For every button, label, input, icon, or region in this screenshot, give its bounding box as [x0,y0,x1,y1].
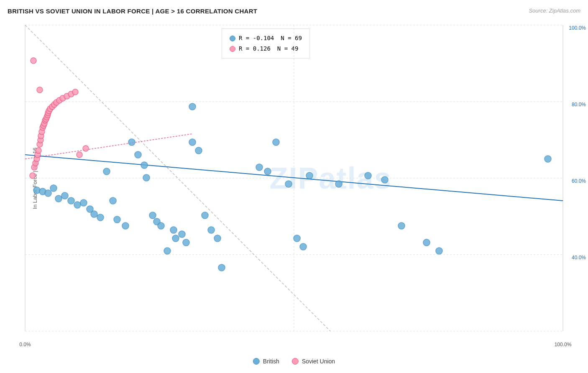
svg-point-52 [306,172,313,179]
legend-label-soviet: Soviet Union [302,358,335,365]
chart-area: ZIPatlas 100.0% 80.0% 60.0% 40.0% 0.0% 1… [25,25,563,331]
chart-svg [25,25,563,331]
svg-point-56 [398,222,405,229]
bottom-legend: British Soviet Union [253,358,335,365]
svg-point-15 [55,195,62,202]
svg-point-31 [149,212,156,219]
svg-point-16 [61,192,68,199]
svg-point-34 [164,248,171,254]
svg-point-30 [143,174,150,181]
svg-point-22 [97,214,104,221]
svg-point-89 [83,146,89,151]
svg-line-8 [25,25,330,331]
svg-point-39 [189,139,196,146]
legend-label-british: British [263,358,279,365]
svg-point-55 [381,176,388,183]
svg-point-25 [114,216,120,223]
y-tick-40: 40.0% [572,255,586,261]
legend-soviet: Soviet Union [292,358,335,365]
x-tick-0: 0.0% [19,342,31,347]
svg-point-19 [80,199,87,206]
svg-point-57 [423,239,430,246]
svg-point-24 [110,197,116,204]
svg-point-88 [77,152,82,158]
svg-point-40 [195,147,202,154]
x-tick-100: 100.0% [555,342,572,347]
svg-point-28 [135,151,141,158]
svg-point-23 [103,168,110,175]
y-tick-60: 60.0% [572,178,586,184]
svg-point-46 [256,164,263,171]
svg-point-38 [183,239,189,246]
svg-point-91 [37,87,43,93]
svg-point-58 [436,248,442,254]
svg-point-13 [45,190,51,197]
legend-british: British [253,358,279,365]
svg-point-36 [172,235,179,242]
svg-point-29 [141,162,148,169]
svg-point-53 [335,181,342,187]
svg-point-27 [128,139,135,146]
svg-line-9 [25,134,192,159]
svg-point-49 [285,181,292,187]
svg-point-35 [170,227,177,233]
svg-point-47 [264,168,271,175]
y-tick-100: 100.0% [569,25,586,31]
chart-title: BRITISH VS SOVIET UNION IN LABOR FORCE |… [8,8,257,15]
svg-point-48 [273,139,279,146]
svg-point-26 [122,222,129,229]
svg-point-33 [158,222,164,229]
svg-point-87 [72,89,78,95]
svg-point-37 [179,231,185,238]
svg-point-59 [545,156,551,162]
svg-point-44 [218,264,225,271]
svg-point-17 [68,197,74,204]
svg-point-45 [189,103,196,110]
svg-point-65 [36,148,41,153]
svg-point-60 [30,173,36,179]
svg-point-43 [214,235,221,242]
svg-point-11 [33,187,40,194]
svg-point-41 [202,212,208,219]
legend-dot-british-bottom [253,358,260,365]
source-label: Source: ZipAtlas.com [529,8,580,14]
svg-point-51 [300,243,307,250]
legend-dot-soviet-bottom [292,358,299,365]
svg-point-50 [294,235,300,242]
svg-point-42 [208,227,215,233]
svg-point-18 [74,202,81,208]
y-tick-80: 80.0% [572,102,586,107]
svg-point-21 [91,211,97,217]
chart-container: BRITISH VS SOVIET UNION IN LABOR FORCE |… [0,0,588,373]
svg-point-14 [50,185,57,192]
svg-point-90 [31,58,36,64]
svg-point-54 [365,172,371,179]
